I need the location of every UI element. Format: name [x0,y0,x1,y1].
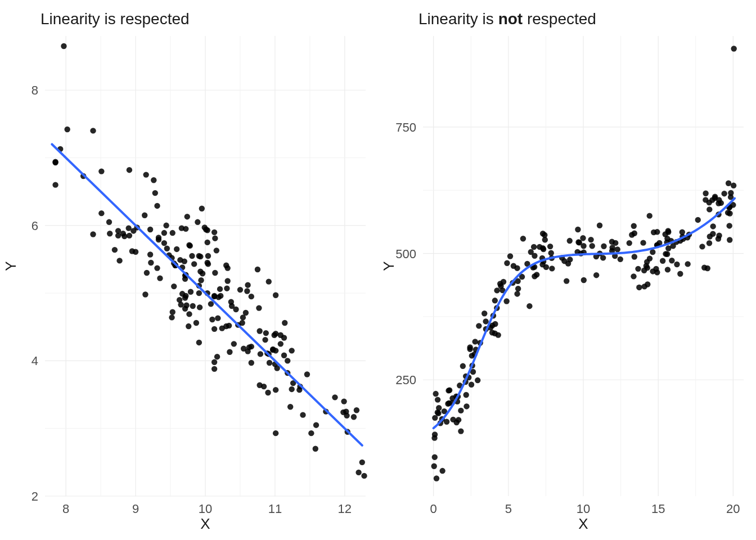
svg-point-276 [669,258,674,263]
svg-point-91 [142,213,147,218]
svg-point-443 [492,298,498,303]
svg-point-38 [237,287,243,292]
svg-point-161 [148,260,154,266]
svg-point-29 [196,340,202,345]
svg-point-188 [194,320,199,326]
svg-point-390 [435,397,440,402]
svg-point-264 [631,223,637,229]
svg-point-399 [489,330,495,335]
svg-point-338 [476,323,482,328]
svg-point-415 [580,235,586,241]
svg-point-454 [439,468,445,474]
svg-point-199 [196,253,202,259]
svg-point-203 [212,359,217,365]
svg-point-357 [665,245,671,251]
svg-point-134 [240,314,246,320]
svg-point-450 [631,273,636,279]
svg-point-135 [224,285,230,291]
svg-point-64 [170,230,176,236]
svg-point-126 [171,284,177,289]
svg-point-303 [674,262,680,267]
svg-point-52 [147,227,153,232]
svg-point-99 [341,398,346,404]
svg-point-28 [263,330,269,336]
svg-point-397 [640,240,646,245]
svg-point-419 [647,255,652,261]
left-chart: 891011122468XY [4,30,374,537]
svg-point-94 [212,326,217,332]
svg-point-118 [186,323,191,329]
svg-point-138 [107,231,112,236]
svg-point-73 [289,348,294,353]
svg-point-359 [685,261,690,267]
svg-point-347 [615,246,620,252]
svg-point-195 [231,341,237,346]
svg-point-406 [564,278,569,284]
svg-point-96 [156,235,161,240]
svg-point-344 [627,240,632,246]
svg-point-22 [215,315,220,321]
svg-point-95 [217,286,223,292]
svg-point-366 [654,269,660,275]
svg-point-401 [665,267,670,272]
svg-point-424 [647,213,652,218]
svg-point-316 [432,454,438,460]
svg-point-156 [191,261,197,267]
right-chart: 05101520250500750XY [382,30,752,537]
svg-point-106 [215,294,221,300]
svg-point-208 [361,473,367,479]
svg-point-191 [273,387,278,393]
svg-point-184 [177,297,182,303]
svg-point-352 [641,284,647,289]
svg-point-404 [654,229,660,235]
svg-point-375 [464,392,469,398]
svg-point-26 [98,168,104,174]
svg-point-319 [492,321,498,327]
svg-point-435 [431,435,437,440]
svg-point-130 [196,290,202,296]
svg-point-204 [229,303,235,309]
svg-point-407 [716,233,722,238]
svg-point-451 [542,232,547,238]
svg-point-331 [504,260,510,266]
svg-point-179 [186,242,192,248]
right-title-emph: not [498,10,523,28]
svg-point-292 [507,253,513,259]
svg-text:20: 20 [726,502,740,516]
svg-point-57 [170,309,176,315]
svg-point-197 [359,460,365,465]
svg-point-274 [458,428,464,434]
svg-point-372 [497,281,503,286]
svg-point-169 [266,278,272,284]
svg-point-58 [209,317,215,322]
svg-point-141 [219,325,225,331]
svg-point-137 [304,371,310,377]
svg-point-329 [532,273,537,279]
svg-point-115 [144,270,150,276]
svg-point-350 [543,264,549,270]
svg-point-386 [540,245,546,251]
svg-text:2: 2 [32,489,38,503]
svg-point-307 [458,408,464,413]
svg-point-257 [721,191,727,196]
svg-point-409 [664,251,670,257]
svg-point-152 [285,358,290,363]
svg-text:4: 4 [32,354,38,368]
svg-point-110 [308,430,314,436]
svg-point-314 [677,271,683,277]
svg-point-416 [712,194,718,199]
x-axis-label: X [578,515,588,532]
svg-point-42 [195,219,200,225]
svg-point-47 [169,314,174,320]
svg-point-153 [270,347,276,353]
svg-point-178 [249,294,254,299]
y-axis: 250500750 [395,120,423,387]
svg-point-417 [483,318,488,324]
svg-point-190 [52,160,58,165]
svg-point-183 [127,167,132,173]
svg-point-196 [52,182,58,187]
svg-point-171 [90,231,96,237]
svg-text:10: 10 [199,502,212,516]
x-axis: 89101112 [62,496,352,516]
svg-point-107 [106,219,112,225]
